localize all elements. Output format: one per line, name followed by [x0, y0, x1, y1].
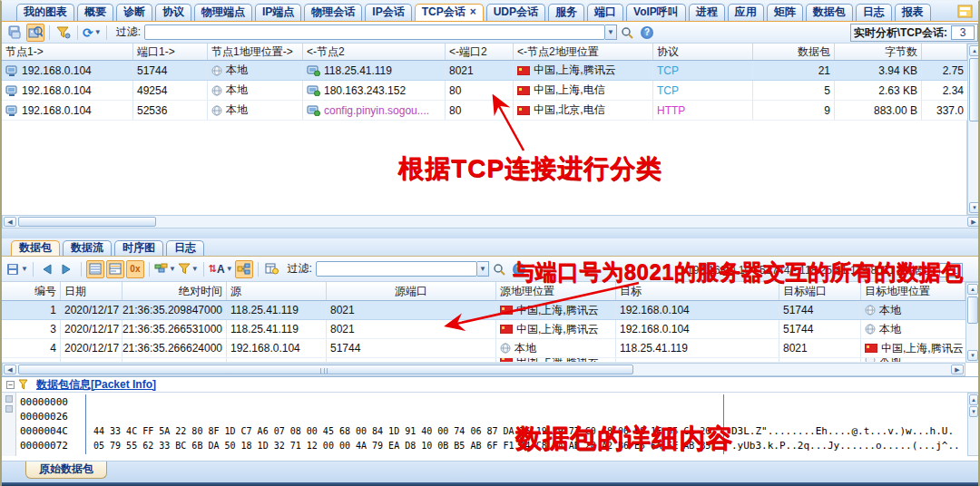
close-icon[interactable]: ×	[470, 5, 476, 18]
chevron-down-icon: ▼	[94, 28, 102, 36]
tab-tcp-conversation[interactable]: TCP会话×	[415, 4, 484, 21]
decode-options-button[interactable]: ▼	[154, 260, 176, 278]
scrollbar-thumb[interactable]	[18, 364, 633, 374]
column-header-bytes[interactable]: 字节数	[835, 44, 922, 60]
search-icon[interactable]	[618, 24, 636, 42]
scroll-left-icon[interactable]: ◀	[4, 364, 16, 374]
column-header-clipped[interactable]	[922, 44, 967, 60]
tab-summary[interactable]: 概要	[77, 4, 113, 21]
lock-table-button[interactable]	[263, 260, 281, 278]
refresh-button[interactable]: ⟳▼	[83, 24, 102, 42]
packet-vscrollbar[interactable]: ▲ ▼	[965, 282, 980, 363]
search-icon[interactable]	[490, 260, 508, 278]
save-packets-button[interactable]: ▼	[6, 260, 28, 278]
scrollbar-thumb[interactable]	[969, 58, 980, 122]
globe-icon	[865, 358, 876, 362]
column-header-geo1[interactable]: 节点1地理位置->	[208, 44, 303, 60]
session-hscrollbar[interactable]: ◀ ▶	[2, 215, 980, 228]
help-icon[interactable]: ?	[641, 26, 653, 39]
tab-udp-conversation[interactable]: UDP会话	[486, 4, 545, 21]
table-row[interactable]: 192.168.0.104 52536 本地 config.pinyin.sog…	[2, 101, 967, 121]
tab-voip[interactable]: VoIP呼叫	[626, 4, 686, 21]
table-row[interactable]: 4 2020/12/17 21:36:35.266624000 192.168.…	[2, 339, 965, 358]
filter-settings-button[interactable]	[54, 24, 73, 42]
tab-time-sequence[interactable]: 时序图	[114, 240, 163, 256]
table-row[interactable]: 192.168.0.104 51744 本地 118.25.41.119 802…	[2, 61, 967, 81]
column-header-date[interactable]: 日期	[61, 282, 122, 300]
packet-filter-button[interactable]: ▼	[178, 260, 199, 278]
table-row[interactable]: 3 2020/12/17 21:36:35.266531000 118.25.4…	[2, 320, 965, 339]
next-packet-button[interactable]	[58, 260, 76, 278]
tab-service[interactable]: 服务	[548, 4, 584, 21]
tab-log[interactable]: 日志	[856, 4, 892, 21]
scroll-down-icon[interactable]: ▼	[967, 350, 978, 361]
tab-logs[interactable]: 日志	[166, 240, 204, 256]
collapse-icon[interactable]: −	[6, 381, 15, 389]
extra-value: 2.75	[922, 61, 967, 80]
tab-raw-packet[interactable]: 原始数据包	[25, 462, 107, 479]
column-header-node1[interactable]: 节点1->	[2, 44, 133, 60]
packet-hex-view-button[interactable]: 0x	[126, 260, 144, 278]
column-header-geo2[interactable]: <-节点2地理位置	[514, 44, 653, 60]
column-header-node2[interactable]: <-节点2	[303, 44, 446, 60]
tab-ip-conversation[interactable]: IP会话	[365, 4, 411, 21]
tab-my-charts[interactable]: 我的图表	[16, 4, 74, 21]
filter-dropdown-button[interactable]: ▼	[477, 261, 489, 277]
hex-view[interactable]: 0000000000000026 0000004C00000072 44 33 …	[2, 393, 980, 456]
export-button[interactable]	[6, 24, 24, 42]
column-header-packets[interactable]: 数据包	[753, 44, 835, 60]
pane-splitter[interactable]	[2, 228, 980, 238]
session-vscrollbar[interactable]: ▲ ▼	[967, 44, 980, 215]
column-header-port1[interactable]: 端口1->	[133, 44, 208, 60]
tab-matrix[interactable]: 矩阵	[767, 4, 803, 21]
scroll-right-icon[interactable]: ▶	[951, 364, 964, 374]
autoscroll-button[interactable]: ⇅A▼	[209, 260, 233, 278]
window-bottom-border	[2, 482, 980, 486]
locate-node-button[interactable]	[26, 24, 44, 42]
table-row[interactable]: 192.168.0.104 49254 本地 180.163.243.152 8…	[2, 81, 967, 101]
packet-list-view-button[interactable]	[86, 260, 104, 278]
scroll-up-icon[interactable]: ▲	[967, 284, 978, 295]
scroll-down-icon[interactable]: ▼	[969, 202, 980, 213]
scroll-right-icon[interactable]: ▶	[967, 217, 980, 227]
new-chart-window-icon[interactable]	[957, 5, 973, 21]
hex-vscrollbar[interactable]: ▲ ▼	[967, 393, 980, 456]
packet-date: 2020/12/17	[61, 320, 122, 338]
scroll-up-icon[interactable]: ▲	[969, 45, 980, 56]
packet-filter-input[interactable]	[316, 261, 477, 277]
packet-info-link[interactable]: 数据包信息[Packet Info]	[36, 377, 156, 393]
column-header-protocol[interactable]: 协议	[653, 44, 753, 60]
tab-ip-endpoint[interactable]: IP端点	[255, 4, 301, 21]
tab-protocol[interactable]: 协议	[155, 4, 191, 21]
tab-physical-conversation[interactable]: 物理会话	[304, 4, 362, 21]
tab-diagnosis[interactable]: 诊断	[116, 4, 152, 21]
node2-hostname-link[interactable]: config.pinyin.sogou....	[324, 104, 429, 117]
scroll-up-icon[interactable]: ▲	[969, 394, 978, 405]
conversation-tree-button[interactable]	[235, 260, 253, 278]
column-header-abs-time[interactable]: 绝对时间	[122, 282, 227, 300]
tab-application[interactable]: 应用	[728, 4, 764, 21]
column-header-source[interactable]: 源	[227, 282, 327, 300]
packet-hscrollbar[interactable]: ◀ ▶	[2, 363, 965, 376]
tab-report[interactable]: 报表	[895, 4, 931, 21]
tab-packets[interactable]: 数据包	[11, 240, 60, 256]
scrollbar-thumb[interactable]	[18, 217, 156, 227]
hex-tool-icon[interactable]	[5, 405, 13, 413]
hex-tool-icon[interactable]	[5, 395, 13, 403]
column-header-no[interactable]: 编号	[2, 282, 61, 300]
column-header-port2[interactable]: <-端口2	[446, 44, 514, 60]
tab-physical-endpoint[interactable]: 物理端点	[194, 4, 252, 21]
scrollbar-thumb[interactable]	[967, 296, 978, 324]
table-row[interactable]: 1 2020/12/17 21:36:35.209847000 118.25.4…	[2, 301, 965, 320]
session-filter-input[interactable]	[144, 24, 605, 40]
tab-packet[interactable]: 数据包	[806, 4, 853, 21]
scroll-down-icon[interactable]: ▼	[969, 406, 978, 417]
tab-data-flow[interactable]: 数据流	[63, 240, 112, 256]
filter-dropdown-button[interactable]: ▼	[605, 24, 617, 40]
packet-decode-view-button[interactable]	[106, 260, 124, 278]
tab-port[interactable]: 端口	[587, 4, 623, 21]
tab-process[interactable]: 进程	[689, 4, 725, 21]
previous-packet-button[interactable]	[38, 260, 56, 278]
scroll-left-icon[interactable]: ◀	[4, 217, 16, 227]
column-header-source-port[interactable]: 源端口	[327, 282, 496, 300]
